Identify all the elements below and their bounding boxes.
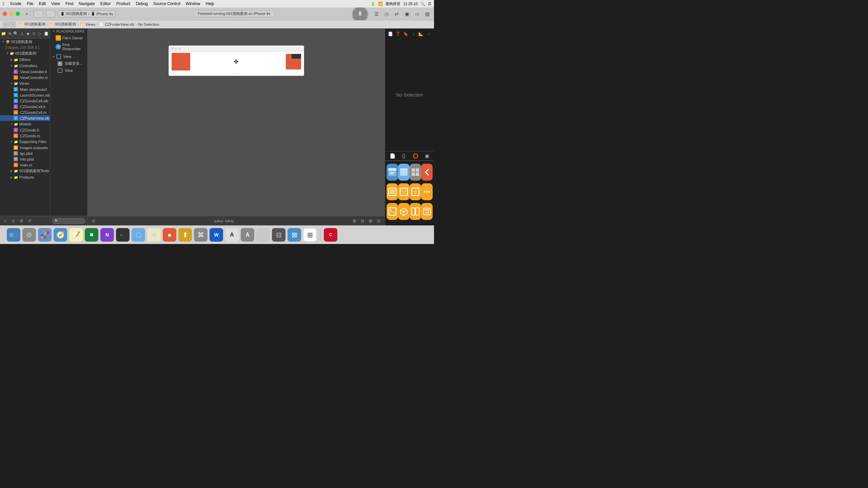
icon-image-view[interactable] bbox=[387, 203, 398, 220]
outline-files-owner[interactable]: F File's Owner bbox=[50, 34, 87, 42]
dock-safari[interactable]: 🧭 bbox=[54, 228, 67, 242]
view-toggle-2[interactable]: ◷ bbox=[382, 10, 391, 18]
menu-xcode[interactable]: Xcode bbox=[10, 1, 21, 6]
sidebar-item-viewcontroller-m[interactable]: m ViewController.m bbox=[0, 75, 50, 80]
sidebar-item-main-storyboard[interactable]: S Main.storyboard bbox=[0, 86, 50, 92]
icon-table-view-controller[interactable] bbox=[398, 164, 410, 181]
dock-onenote[interactable]: N bbox=[100, 228, 114, 242]
breadcrumb-folder[interactable]: 001团购案例 bbox=[55, 22, 76, 27]
xib-canvas-area[interactable]: ✥ • • • bbox=[87, 28, 385, 216]
disclosure-placeholders[interactable]: ▼ bbox=[52, 30, 55, 33]
icon-view[interactable] bbox=[387, 183, 398, 200]
inspector-help-icon[interactable]: ❓ bbox=[395, 30, 401, 37]
stop-button[interactable]: ■ bbox=[46, 10, 55, 18]
menu-help[interactable]: Help bbox=[206, 1, 214, 6]
outline-button[interactable]: B 加载更多... bbox=[50, 60, 87, 67]
dock-app7[interactable]: ⊡ bbox=[256, 228, 270, 242]
icon-scroll-view[interactable] bbox=[410, 183, 421, 200]
menu-source-control[interactable]: Source Control bbox=[153, 1, 180, 6]
dock-terminal[interactable]: >_ bbox=[116, 228, 130, 242]
icon-more[interactable] bbox=[421, 183, 433, 200]
notification-icon[interactable]: ☰ bbox=[428, 2, 431, 6]
sidebar-report-icon[interactable]: 📋 bbox=[43, 30, 49, 37]
library-object-icon[interactable]: ⭕ bbox=[412, 152, 419, 159]
sidebar-item-models[interactable]: ▼ 📁 Models bbox=[0, 121, 50, 127]
canvas-layout-3[interactable]: ⊠ bbox=[367, 218, 374, 224]
breadcrumb-back[interactable]: ‹ bbox=[3, 21, 9, 27]
disclosure-views[interactable]: ▼ bbox=[9, 81, 14, 85]
dock-font-b[interactable]: A bbox=[241, 228, 254, 242]
minimize-button[interactable] bbox=[9, 12, 14, 16]
sidebar-item-products[interactable]: ▶ 📁 Products bbox=[0, 174, 50, 180]
menu-product[interactable]: Product bbox=[116, 1, 130, 6]
menu-view[interactable]: View bbox=[51, 1, 60, 6]
canvas-layout-2[interactable]: ⊟ bbox=[359, 218, 366, 224]
dock-csdn[interactable]: C bbox=[324, 228, 337, 242]
sidebar-test-icon[interactable]: ▷ bbox=[37, 30, 43, 37]
right-red-view[interactable] bbox=[286, 54, 301, 69]
outline-subview[interactable]: View bbox=[50, 67, 87, 74]
disclosure-project[interactable]: ▼ bbox=[1, 40, 5, 44]
sidebar-item-viewcontroller-h[interactable]: h ViewController.h bbox=[0, 69, 50, 75]
sidebar-item-launchscreen[interactable]: X LaunchScreen.xib bbox=[0, 92, 50, 98]
sidebar-item-czfooterview-xib[interactable]: X CZFooterView.xib bbox=[0, 115, 50, 121]
breadcrumb-forward[interactable]: › bbox=[9, 21, 16, 27]
breadcrumb-xib[interactable]: CZFooterView.xib bbox=[105, 22, 134, 26]
sidebar-item-main-group[interactable]: ▼ 📁 001团购案例 bbox=[0, 50, 50, 57]
add-file-button[interactable]: + bbox=[2, 218, 8, 224]
dock-notes[interactable]: 📝 bbox=[69, 228, 83, 242]
library-file-icon[interactable]: 📄 bbox=[389, 152, 396, 159]
library-media-icon[interactable]: ▣ bbox=[423, 152, 430, 159]
dock-app1[interactable]: ⬡ bbox=[132, 228, 145, 242]
canvas-layout-4[interactable]: ⊡ bbox=[375, 218, 382, 224]
disclosure-models[interactable]: ▼ bbox=[9, 122, 14, 126]
dock-excel[interactable]: ✖ bbox=[85, 228, 98, 242]
dock-app5[interactable]: ⌘ bbox=[194, 228, 208, 242]
dock-filezilla[interactable]: ⬆ bbox=[178, 228, 192, 242]
outline-first-responder[interactable]: R First Responder bbox=[50, 42, 87, 52]
icon-calculator[interactable] bbox=[421, 203, 433, 220]
disclosure-view[interactable]: ▼ bbox=[52, 55, 55, 58]
inspector-connections-icon[interactable]: → bbox=[426, 30, 432, 37]
library-code-icon[interactable]: {} bbox=[400, 152, 407, 159]
disclosure-main-group[interactable]: ▼ bbox=[5, 52, 9, 56]
filter3-button[interactable]: ↺ bbox=[26, 218, 33, 224]
sidebar-item-czgoods-m[interactable]: m CZGoods.m bbox=[0, 133, 50, 139]
dock-app3[interactable]: ● bbox=[163, 228, 176, 242]
close-button[interactable] bbox=[3, 12, 7, 16]
canvas-zoom-icon[interactable]: ⊙ bbox=[90, 218, 97, 224]
breadcrumb-views[interactable]: Views bbox=[85, 22, 95, 26]
sidebar-breakpoint-icon[interactable]: ◆ bbox=[25, 30, 31, 37]
icon-navigation-controller[interactable] bbox=[387, 164, 398, 181]
icon-3d-box[interactable] bbox=[398, 203, 410, 220]
icon-back-arrow[interactable] bbox=[421, 164, 433, 181]
sidebar-item-main-m[interactable]: m main.m bbox=[0, 162, 50, 168]
filter2-button[interactable]: ⊞ bbox=[18, 218, 24, 224]
run-button[interactable]: ▶ bbox=[34, 10, 43, 18]
menu-file[interactable]: File bbox=[27, 1, 33, 6]
sidebar-item-controllers[interactable]: ▼ 📁 Controllers bbox=[0, 63, 50, 69]
left-red-view[interactable] bbox=[172, 53, 190, 70]
disclosure-controllers[interactable]: ▼ bbox=[9, 64, 14, 68]
input-method[interactable]: 搜狗拼音 bbox=[386, 1, 400, 6]
icon-collection-view-controller[interactable] bbox=[410, 164, 421, 181]
dock-launchpad[interactable]: 🚀 bbox=[38, 228, 52, 242]
sidebar-item-project[interactable]: ▼ 📦 001团购案例 bbox=[0, 39, 50, 45]
dock-system-prefs[interactable]: ⚙ bbox=[22, 228, 36, 242]
breadcrumb-selection[interactable]: No Selection bbox=[138, 22, 159, 26]
inspector-file-icon[interactable]: 📄 bbox=[387, 30, 394, 37]
canvas-layout-1[interactable]: ⊞ bbox=[351, 218, 358, 224]
sidebar-item-images-xcassets[interactable]: ⊞ Images.xcassets bbox=[0, 145, 50, 150]
breadcrumb-project[interactable]: 001团购案例 bbox=[24, 22, 45, 27]
dock-app9[interactable]: ⊠ bbox=[288, 228, 301, 242]
dock-finder[interactable] bbox=[7, 228, 20, 242]
sidebar-item-views[interactable]: ▼ 📁 Views bbox=[0, 80, 50, 86]
dock-font-a[interactable]: A bbox=[225, 228, 239, 242]
dock-word[interactable]: W bbox=[210, 228, 223, 242]
maximize-button[interactable] bbox=[16, 12, 20, 16]
menu-navigate[interactable]: Navigate bbox=[79, 1, 95, 6]
sidebar-search-icon[interactable]: 🔍 bbox=[13, 30, 19, 37]
sidebar-git-icon[interactable]: ⊙ bbox=[31, 30, 37, 37]
add-button[interactable]: + bbox=[23, 10, 31, 18]
disclosure-products[interactable]: ▶ bbox=[9, 175, 14, 179]
